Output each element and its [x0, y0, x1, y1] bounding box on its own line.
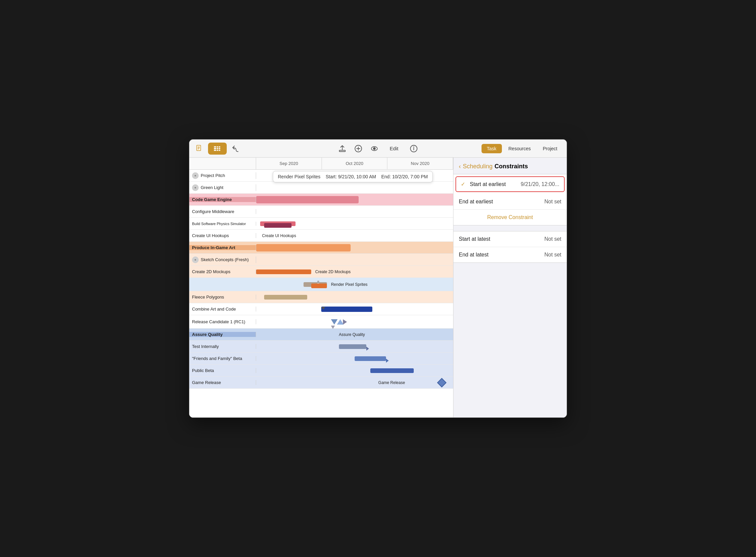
panel-section-selected: ✓ Start at earliest 9/21/20, 12:00... En…: [454, 174, 567, 226]
edit-button[interactable]: Edit: [385, 144, 403, 153]
row-build-software: Build Software Physics Simulator: [189, 218, 453, 230]
row-label-create-ui: Create UI Hookups: [189, 233, 256, 238]
panel-row-end-latest[interactable]: End at latest Not set: [454, 247, 567, 262]
timeline-header: Sep 2020 Oct 2020 Nov 2020: [189, 157, 453, 170]
upload-icon[interactable]: [337, 143, 348, 154]
row-produce-art: Produce In-Game Art: [189, 242, 453, 254]
end-earliest-label: End at earliest: [459, 199, 493, 205]
row-label-create-2d: Create 2D Mockups: [189, 269, 256, 274]
end-latest-value: Not set: [544, 252, 561, 258]
month-sep: Sep 2020: [256, 157, 322, 169]
tab-task[interactable]: Task: [482, 144, 502, 153]
right-panel: ‹ Scheduling Constraints ✓ Start at earl…: [453, 157, 567, 417]
bar-code-game-engine: [256, 196, 359, 203]
row-chart-build-software: [256, 218, 453, 229]
panel-spacer: [454, 226, 567, 231]
panel-row-start-latest[interactable]: Start at latest Not set: [454, 231, 567, 247]
row-fleece-polygons: Fleece Polygons: [189, 291, 453, 303]
row-public-beta: Public Beta: [189, 365, 453, 377]
row-chart-configure-middleware: [256, 206, 453, 217]
selected-constraint-row[interactable]: ✓ Start at earliest 9/21/20, 12:00...: [456, 176, 565, 192]
bar-test-internally: [339, 344, 367, 349]
svg-rect-4: [214, 146, 216, 147]
row-chart-combine-art: [256, 303, 453, 315]
bar-friends-family: [355, 356, 386, 361]
row-chart-create-2d: Create 2D Mockups: [256, 266, 453, 277]
info-icon[interactable]: [408, 143, 419, 154]
add-icon[interactable]: [353, 143, 364, 154]
checkmark-icon: ✓: [461, 181, 465, 187]
end-latest-label: End at latest: [459, 252, 489, 258]
row-label-friends-family: "Friends and Family" Beta: [189, 356, 256, 361]
month-oct: Oct 2020: [322, 157, 388, 169]
bar-build-software-2: [264, 223, 292, 228]
row-green-light: « Green Light: [189, 182, 453, 194]
row-chart-code-game-engine: [256, 194, 453, 205]
row-code-game-engine: Code Game Engine: [189, 194, 453, 206]
row-chart-green-light: [256, 182, 453, 193]
row-project-pitch: « Project Pitch Render Pixel Sprites Sta…: [189, 170, 453, 182]
svg-point-21: [413, 147, 414, 147]
row-friends-family: "Friends and Family" Beta: [189, 353, 453, 365]
row-chart-produce-art: [256, 242, 453, 254]
panel-header: ‹ Scheduling Constraints: [454, 157, 567, 174]
panel-row-end-earliest[interactable]: End at earliest Not set: [454, 194, 567, 210]
row-assure-quality: Assure Quality Assure Quality: [189, 329, 453, 341]
month-nov: Nov 2020: [387, 157, 453, 169]
view-icon[interactable]: [369, 143, 380, 154]
toolbar-left: [193, 143, 241, 155]
bar-label-assure-quality: Assure Quality: [339, 332, 365, 337]
row-render-pixel[interactable]: Render Pixel Sprites: [189, 278, 453, 291]
row-label-build-software: Build Software Physics Simulator: [189, 222, 256, 226]
svg-rect-5: [214, 148, 216, 149]
remove-constraint-button[interactable]: Remove Constraint: [454, 210, 567, 225]
svg-rect-6: [214, 150, 216, 151]
app-window: Edit Task Resources Project Sep: [189, 139, 567, 418]
row-label-release-candidate: Release Candidate 1 (RC1): [189, 319, 256, 324]
row-chart-assure-quality: Assure Quality: [256, 329, 453, 340]
toolbar-center: Edit: [337, 143, 419, 154]
tab-project[interactable]: Project: [537, 144, 563, 153]
document-icon[interactable]: [193, 143, 205, 155]
row-label-code-game-engine: Code Game Engine: [189, 197, 256, 202]
toolbar: Edit Task Resources Project: [189, 140, 567, 157]
row-chart-test-internally: [256, 341, 453, 352]
svg-rect-9: [217, 150, 218, 151]
svg-rect-10: [219, 146, 220, 147]
row-label-green-light: « Green Light: [189, 184, 256, 191]
row-chart-fleece-polygons: [256, 291, 453, 303]
selected-row-label-group: ✓ Start at earliest: [461, 181, 506, 187]
start-earliest-value: 9/21/20, 12:00...: [521, 181, 559, 187]
row-chart-render-pixel: Render Pixel Sprites: [256, 278, 453, 291]
row-label-sketch-concepts: « Sketch Concepts (Fresh): [189, 257, 256, 263]
row-sketch-concepts: « Sketch Concepts (Fresh): [189, 254, 453, 266]
svg-rect-11: [219, 148, 220, 149]
row-label-assure-quality: Assure Quality: [189, 332, 256, 337]
gantt-rows: « Project Pitch Render Pixel Sprites Sta…: [189, 170, 453, 417]
row-label-combine-art: Combine Art and Code: [189, 306, 256, 312]
row-label-test-internally: Test Internally: [189, 344, 256, 349]
start-latest-label: Start at latest: [459, 236, 490, 242]
end-earliest-value: Not set: [544, 199, 561, 205]
row-chart-release-candidate: [256, 315, 453, 328]
row-configure-middleware: Configure Middleware: [189, 206, 453, 218]
row-create-2d: Create 2D Mockups Create 2D Mockups: [189, 266, 453, 278]
bar-create-2d: [256, 269, 311, 274]
gantt-area: Sep 2020 Oct 2020 Nov 2020 « Project Pit…: [189, 157, 453, 417]
svg-rect-12: [219, 150, 220, 151]
bar-label-game-release: Game Release: [378, 380, 405, 385]
row-label-public-beta: Public Beta: [189, 368, 256, 373]
main-content: Sep 2020 Oct 2020 Nov 2020 « Project Pit…: [189, 157, 567, 417]
tab-resources[interactable]: Resources: [503, 144, 536, 153]
back-button[interactable]: ‹: [459, 163, 461, 170]
panel-section-latest: Start at latest Not set End at latest No…: [454, 231, 567, 263]
start-latest-value: Not set: [544, 236, 561, 242]
timeline-months: Sep 2020 Oct 2020 Nov 2020: [256, 157, 453, 169]
bar-label-create-ui: Create UI Hookups: [262, 233, 296, 238]
undo-icon[interactable]: [229, 143, 241, 155]
bar-label-create-2d: Create 2D Mockups: [315, 269, 351, 274]
svg-rect-13: [339, 150, 345, 152]
view-toggle-icon[interactable]: [208, 143, 227, 155]
row-release-candidate: Release Candidate 1 (RC1): [189, 315, 453, 329]
panel-row-start-earliest[interactable]: ✓ Start at earliest 9/21/20, 12:00...: [456, 177, 564, 192]
